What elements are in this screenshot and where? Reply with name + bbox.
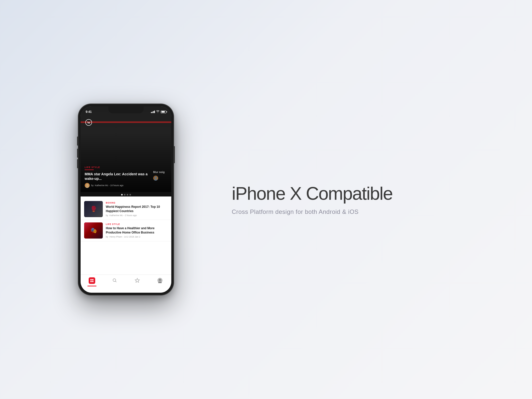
hero-category: LIFE STYLE xyxy=(85,166,149,169)
article-category-2: LIFE STYLE xyxy=(106,223,168,225)
article-title-2: How to Have a Healthier and More Product… xyxy=(106,226,168,234)
svg-rect-8 xyxy=(90,281,92,282)
svg-rect-9 xyxy=(92,281,93,282)
phone-notch xyxy=(108,106,144,113)
svg-point-3 xyxy=(86,186,89,188)
article-author-1: by Katherine Mc - 2 hours ago xyxy=(106,214,168,217)
search-icon xyxy=(112,277,118,283)
hero-author-info: by Katherine Mc - 10 hours ago xyxy=(91,184,123,187)
hero-slide-secondary: Mur neig xyxy=(153,166,167,188)
promo-title: iPhone X Compatible xyxy=(232,184,502,204)
hero-content: LIFE STYLE MMA star Angela Lee: Accident… xyxy=(81,163,171,192)
hero-slide-main[interactable]: LIFE STYLE MMA star Angela Lee: Accident… xyxy=(85,166,149,188)
wifi-icon xyxy=(156,110,159,113)
article-item-2[interactable]: LIFE STYLE How to Have a Healthier and M… xyxy=(81,220,171,241)
phone-screen: 9:41 xyxy=(81,106,171,293)
article-thumb-lifestyle xyxy=(84,222,103,239)
svg-point-14 xyxy=(159,279,161,281)
article-meta-2: LIFE STYLE How to Have a Healthier and M… xyxy=(106,223,168,238)
svg-line-11 xyxy=(115,281,116,282)
svg-marker-12 xyxy=(135,278,140,282)
tab-home[interactable] xyxy=(86,277,98,286)
phone-frame: 9:41 xyxy=(78,104,174,295)
secondary-title: Mur neig xyxy=(153,171,167,174)
promo-subtitle: Cross Platform design for both Android &… xyxy=(232,208,502,215)
article-item[interactable]: BOXING World Happiness Report 2017: Top … xyxy=(81,198,171,220)
dot-1[interactable] xyxy=(121,194,123,195)
battery-icon xyxy=(161,111,166,113)
promo-text-area: iPhone X Compatible Cross Platform desig… xyxy=(212,184,532,215)
home-icon xyxy=(89,277,95,284)
svg-point-2 xyxy=(86,184,88,186)
secondary-avatar xyxy=(153,176,158,181)
hero-author: by Katherine Mc - 10 hours ago xyxy=(85,183,149,188)
status-icons xyxy=(151,110,167,113)
article-list: BOXING World Happiness Report 2017: Top … xyxy=(81,196,171,275)
dot-2[interactable] xyxy=(124,194,125,195)
tab-bar xyxy=(81,275,171,293)
category-underline xyxy=(85,170,94,170)
dot-3[interactable] xyxy=(127,194,128,195)
article-thumb-boxing xyxy=(84,201,103,217)
svg-point-4 xyxy=(155,177,157,179)
tab-active-line xyxy=(87,286,96,286)
phone-mockup-area: 9:41 xyxy=(40,104,212,295)
svg-point-5 xyxy=(154,179,157,181)
thumb-lifestyle-image xyxy=(84,222,103,239)
svg-point-10 xyxy=(113,279,116,282)
article-category-1: BOXING xyxy=(106,202,168,204)
star-icon xyxy=(134,277,140,283)
svg-rect-7 xyxy=(92,279,93,280)
status-time: 9:41 xyxy=(86,110,92,114)
carousel-dots xyxy=(81,192,171,196)
profile-icon xyxy=(157,277,163,283)
tab-profile[interactable] xyxy=(154,277,166,283)
tab-search[interactable] xyxy=(109,277,121,283)
svg-text:W: W xyxy=(87,121,90,124)
svg-rect-6 xyxy=(90,279,92,280)
hero-title: MMA star Angela Lee: Accident was a wake… xyxy=(85,172,149,181)
article-author-2: by Henry Pham - 14:2 2018 Jan 2 xyxy=(106,236,168,238)
tab-favorites[interactable] xyxy=(131,277,143,283)
hero-author-avatar xyxy=(85,183,90,188)
article-title-1: World Happiness Report 2017: Top 10 Happ… xyxy=(106,205,168,213)
wordpress-logo: W xyxy=(85,119,93,127)
signal-icon xyxy=(151,111,155,113)
dot-4[interactable] xyxy=(129,194,131,195)
hero-section: 9:41 xyxy=(81,106,171,192)
article-meta-1: BOXING World Happiness Report 2017: Top … xyxy=(106,202,168,216)
thumb-boxing-image xyxy=(84,201,103,217)
